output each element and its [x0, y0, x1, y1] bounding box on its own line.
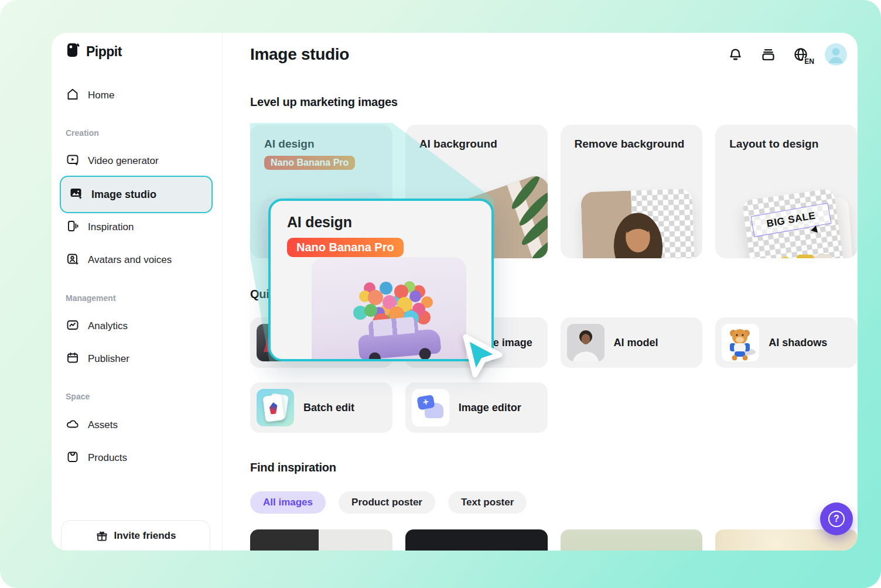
billing-icon[interactable]	[759, 46, 777, 63]
inspiration-tabs: All images Product poster Text poster	[250, 491, 858, 514]
portrait-graphic	[598, 197, 678, 258]
sidebar-item-inspiration[interactable]: Inspiration	[66, 218, 208, 236]
logo[interactable]: Pippit	[66, 42, 122, 61]
marketing-heading: Level up marketing images	[250, 95, 858, 109]
tab-product-poster[interactable]: Product poster	[339, 491, 435, 514]
balloon-car-image	[312, 257, 466, 361]
sidebar-item-home[interactable]: Home	[66, 87, 208, 104]
sidebar-item-video-generator[interactable]: Video generator	[66, 152, 208, 170]
card-title: AI design	[264, 138, 378, 151]
sidebar: Pippit Home Creation Video generator	[52, 33, 223, 551]
tool-image-editor[interactable]: + Image editor	[405, 382, 548, 433]
invite-friends-label: Invite friends	[114, 530, 176, 542]
sidebar-item-products[interactable]: Products	[66, 449, 208, 467]
home-icon	[66, 87, 80, 104]
sidebar-item-label: Image studio	[91, 189, 156, 201]
logo-text: Pippit	[86, 44, 122, 60]
page-title: Image studio	[250, 45, 349, 64]
card-title: AI background	[419, 138, 534, 151]
gift-icon	[95, 530, 108, 546]
tool-label: Batch edit	[303, 402, 354, 414]
sidebar-item-label: Inspiration	[88, 221, 134, 233]
card-title: Remove background	[575, 138, 689, 151]
nano-banana-pro-badge: Nano Banana Pro	[287, 238, 404, 257]
globe-icon[interactable]: EN	[792, 46, 810, 63]
inspiration-image[interactable]	[561, 529, 703, 551]
sidebar-item-assets[interactable]: Assets	[66, 416, 208, 434]
sidebar-item-avatars[interactable]: Avatars and voices	[66, 251, 208, 269]
inspiration-results	[250, 529, 858, 551]
image-studio-icon	[69, 186, 83, 203]
sidebar-item-label: Home	[88, 90, 114, 101]
video-generator-icon	[66, 153, 80, 170]
inspiration-image[interactable]	[405, 529, 548, 551]
card-title: Layout to design	[729, 138, 844, 151]
layout-to-design-thumbnail: BIG SALE	[742, 188, 849, 258]
sidebar-item-label: Products	[88, 452, 127, 464]
invite-friends-button[interactable]: Invite friends	[61, 520, 210, 551]
ai-shadows-thumbnail	[722, 324, 759, 361]
sidebar-item-label: Avatars and voices	[88, 254, 172, 266]
cloud-icon	[66, 417, 80, 434]
inspiration-heading: Find inspiration	[250, 461, 858, 474]
sidebar-item-label: Assets	[88, 419, 118, 431]
pippit-logo-icon	[66, 42, 81, 61]
ai-model-thumbnail	[567, 324, 605, 361]
sidebar-item-label: Video generator	[88, 155, 159, 167]
tool-label: AI shadows	[769, 337, 827, 349]
header-icons: EN	[726, 43, 847, 66]
sidebar-item-analytics[interactable]: Analytics	[66, 317, 208, 335]
mini-cursor-icon	[811, 225, 820, 235]
avatar[interactable]	[825, 43, 847, 66]
sidebar-item-publisher[interactable]: Publisher	[66, 350, 208, 368]
nano-banana-pro-badge: Nano Banana Pro	[264, 156, 355, 170]
sidebar-section-space: Space	[66, 392, 90, 401]
tool-label: Image editor	[459, 402, 521, 414]
sidebar-item-label: Publisher	[88, 353, 129, 365]
quick-tools-row-2: Batch edit + Image editor	[250, 382, 858, 433]
question-mark-icon: ?	[828, 511, 845, 527]
remove-background-thumbnail	[580, 189, 696, 258]
card-layout-to-design[interactable]: Layout to design BIG SALE	[715, 125, 858, 258]
analytics-icon	[66, 318, 80, 335]
zoom-popup-title: AI design	[287, 214, 475, 231]
cursor-pointer-icon	[460, 327, 510, 385]
help-button[interactable]: ?	[820, 502, 853, 535]
pippit-app: Pippit Home Creation Video generator	[0, 0, 881, 588]
publisher-calendar-icon	[66, 351, 80, 368]
language-label: EN	[803, 58, 814, 65]
batch-edit-thumbnail	[257, 389, 294, 426]
bell-icon[interactable]	[726, 46, 744, 63]
tool-label: AI model	[614, 337, 658, 349]
sidebar-section-creation: Creation	[66, 128, 99, 138]
inspiration-image[interactable]	[250, 529, 392, 551]
image-editor-thumbnail: +	[412, 389, 449, 426]
card-remove-background[interactable]: Remove background	[561, 125, 703, 258]
tool-batch-edit[interactable]: Batch edit	[250, 382, 392, 433]
bag-icon	[66, 450, 80, 467]
sidebar-item-label: Analytics	[88, 320, 128, 332]
tool-ai-model[interactable]: AI model	[561, 317, 703, 368]
main-header: Image studio EN	[250, 43, 858, 66]
tab-text-poster[interactable]: Text poster	[448, 491, 527, 514]
sidebar-section-management: Management	[66, 293, 116, 303]
tab-all-images[interactable]: All images	[250, 491, 326, 514]
sofa-graphic	[757, 249, 840, 258]
sidebar-item-image-studio[interactable]: Image studio	[60, 176, 213, 213]
inspiration-icon	[66, 219, 80, 236]
avatars-icon	[66, 252, 80, 269]
big-sale-text: BIG SALE	[751, 203, 832, 237]
tool-ai-shadows[interactable]: AI shadows	[715, 317, 858, 368]
